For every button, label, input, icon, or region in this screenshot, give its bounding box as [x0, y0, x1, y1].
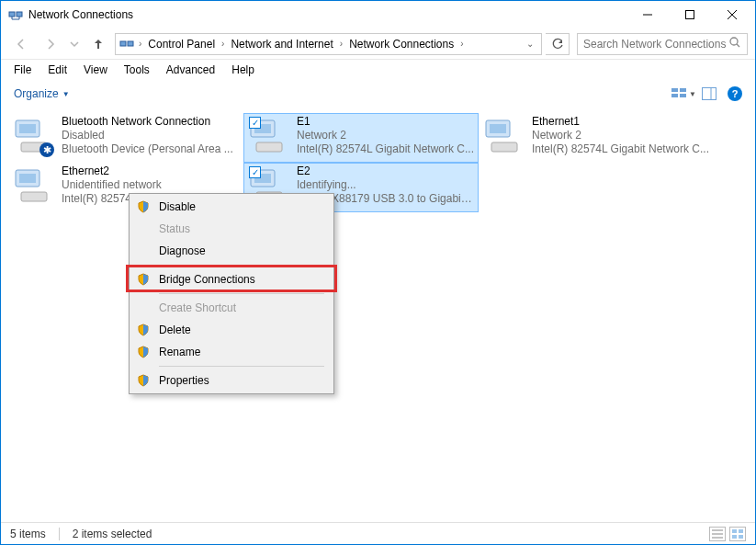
svg-rect-26	[256, 142, 282, 152]
menu-edit[interactable]: Edit	[40, 62, 74, 78]
blank-icon	[135, 300, 152, 316]
svg-rect-29	[491, 142, 517, 152]
window-title: Network Connections	[28, 8, 626, 21]
adapter-status: Disabled	[62, 129, 233, 142]
network-connections-icon	[8, 7, 23, 22]
context-label: Properties	[159, 374, 209, 387]
shield-icon	[135, 271, 152, 288]
adapter-icon: ✱	[12, 115, 56, 159]
shield-icon	[135, 344, 152, 360]
address-dropdown-icon[interactable]: ⌄	[523, 39, 537, 49]
svg-rect-16	[680, 94, 686, 97]
titlebar: Network Connections	[1, 1, 755, 28]
chevron-right-icon[interactable]: ›	[457, 39, 466, 49]
breadcrumb[interactable]: Network Connections	[347, 38, 456, 51]
chevron-down-icon: ▼	[62, 90, 70, 98]
adapter-name: Bluetooth Network Connection	[62, 115, 233, 129]
svg-rect-28	[490, 124, 506, 133]
adapter-name: E2	[297, 165, 475, 178]
adapter-item-bluetooth[interactable]: ✱ Bluetooth Network Connection Disabled …	[8, 113, 243, 163]
menu-tools[interactable]: Tools	[117, 62, 157, 78]
adapter-icon	[12, 165, 56, 209]
svg-rect-39	[732, 529, 737, 533]
search-box[interactable]	[577, 33, 748, 55]
network-connections-icon	[119, 37, 134, 51]
svg-rect-10	[128, 41, 133, 46]
content-area: ✱ Bluetooth Network Connection Disabled …	[1, 108, 755, 218]
adapter-device: Intel(R) 82574L Gigabit Network C...	[297, 142, 474, 156]
context-menu: Disable Status Diagnose Bridge Connectio…	[129, 193, 334, 394]
context-delete[interactable]: Delete	[131, 319, 332, 341]
view-options-button[interactable]: ▼	[671, 83, 696, 105]
svg-rect-13	[671, 88, 678, 92]
svg-text:✱: ✱	[43, 144, 51, 155]
up-button[interactable]	[85, 31, 111, 57]
checked-icon: ✓	[249, 117, 261, 129]
chevron-right-icon[interactable]: ›	[219, 39, 227, 49]
menu-advanced[interactable]: Advanced	[159, 62, 222, 78]
svg-rect-9	[120, 41, 126, 46]
breadcrumb[interactable]: Control Panel	[146, 38, 217, 51]
svg-rect-0	[9, 12, 15, 17]
help-button[interactable]: ?	[722, 83, 748, 105]
organize-button[interactable]: Organize ▼	[8, 85, 75, 102]
status-selected-count: 2 items selected	[73, 528, 152, 540]
details-view-button[interactable]	[709, 527, 726, 541]
back-button[interactable]	[8, 31, 34, 57]
context-bridge-connections[interactable]: Bridge Connections	[131, 268, 332, 290]
context-label: Disable	[159, 200, 196, 213]
large-icons-view-button[interactable]	[729, 527, 746, 541]
close-button[interactable]	[711, 1, 753, 28]
organize-label: Organize	[14, 87, 59, 100]
context-label: Delete	[159, 324, 191, 336]
refresh-button[interactable]	[546, 33, 570, 55]
separator	[59, 528, 60, 540]
chevron-right-icon[interactable]: ›	[337, 39, 345, 49]
separator	[159, 265, 324, 266]
chevron-right-icon[interactable]: ›	[136, 39, 144, 49]
menu-view[interactable]: View	[76, 62, 115, 78]
adapter-item-e1[interactable]: ✓ E1 Network 2 Intel(R) 82574L Gigabit N…	[243, 113, 479, 163]
adapter-item-ethernet1[interactable]: Ethernet1 Network 2 Intel(R) 82574L Giga…	[479, 113, 714, 163]
address-bar[interactable]: › Control Panel › Network and Internet ›…	[115, 33, 542, 55]
shield-icon	[135, 372, 152, 389]
context-label: Bridge Connections	[159, 273, 255, 286]
svg-rect-42	[739, 535, 743, 539]
navbar: › Control Panel › Network and Internet ›…	[1, 28, 755, 60]
adapter-name: E1	[297, 115, 474, 129]
context-rename[interactable]: Rename	[131, 341, 332, 363]
context-create-shortcut: Create Shortcut	[131, 297, 332, 319]
toolbar: Organize ▼ ▼ ?	[1, 80, 755, 108]
breadcrumb[interactable]: Network and Internet	[229, 38, 334, 51]
blank-icon	[135, 243, 152, 259]
separator	[159, 293, 324, 294]
forward-button[interactable]	[38, 31, 63, 57]
adapter-icon: ✓	[247, 115, 291, 159]
search-icon[interactable]	[728, 36, 741, 52]
context-label: Diagnose	[159, 244, 206, 257]
context-properties[interactable]: Properties	[131, 369, 332, 392]
svg-rect-20	[19, 124, 36, 133]
preview-pane-button[interactable]	[696, 83, 722, 105]
shield-icon	[135, 322, 152, 338]
svg-rect-41	[732, 535, 737, 539]
menubar: File Edit View Tools Advanced Help	[1, 60, 755, 80]
status-item-count: 5 items	[10, 528, 46, 540]
search-input[interactable]	[583, 38, 728, 51]
separator	[159, 366, 324, 367]
menu-help[interactable]: Help	[224, 62, 262, 78]
svg-rect-40	[739, 529, 743, 533]
adapter-status: Network 2	[532, 129, 709, 142]
shield-icon	[135, 199, 152, 215]
menu-file[interactable]: File	[6, 62, 39, 78]
minimize-button[interactable]	[626, 1, 669, 28]
adapter-name: Ethernet1	[532, 115, 709, 129]
blank-icon	[135, 221, 152, 237]
context-diagnose[interactable]: Diagnose	[131, 240, 332, 262]
svg-rect-15	[680, 88, 686, 92]
maximize-button[interactable]	[669, 1, 711, 28]
context-disable[interactable]: Disable	[131, 196, 332, 218]
adapter-device: Intel(R) 82574L Gigabit Network C...	[532, 142, 709, 156]
recent-locations-button[interactable]	[67, 31, 82, 57]
context-label: Create Shortcut	[159, 301, 236, 314]
